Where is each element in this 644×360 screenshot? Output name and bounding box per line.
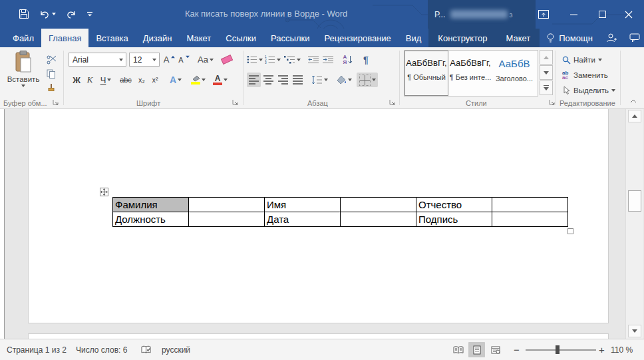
style-card-heading1[interactable]: АаБбВ Заголово... [492, 51, 536, 96]
justify-button[interactable] [291, 73, 305, 87]
sort-button[interactable]: А Я [340, 53, 356, 67]
read-mode-button[interactable] [450, 342, 466, 357]
font-family-combo[interactable]: Arial [69, 53, 126, 67]
word-count[interactable]: Число слов: 6 [76, 339, 127, 360]
share-button[interactable] [599, 29, 623, 47]
collapse-ribbon-button[interactable] [628, 96, 639, 106]
vertical-scrollbar[interactable] [625, 109, 643, 339]
page-indicator[interactable]: Страница 1 из 2 [7, 339, 67, 360]
close-button[interactable] [616, 0, 641, 29]
line-spacing-button[interactable] [309, 73, 329, 87]
copy-button[interactable] [43, 68, 60, 80]
print-layout-button[interactable] [468, 342, 485, 357]
shading-button[interactable] [334, 73, 354, 87]
decrease-indent-button[interactable] [307, 53, 320, 67]
table-cell[interactable] [341, 198, 416, 212]
replace-button[interactable]: abac Заменить [562, 69, 608, 82]
table-cell[interactable] [492, 198, 568, 212]
language-indicator[interactable]: русский [162, 339, 190, 360]
proofing-status[interactable] [141, 339, 151, 360]
table-resize-handle[interactable] [567, 228, 573, 234]
font-size-combo[interactable]: 12 [129, 53, 160, 67]
font-color-button[interactable]: А [211, 73, 230, 87]
bold-button[interactable]: Ж [71, 73, 82, 87]
table-move-handle[interactable] [100, 188, 108, 196]
table-cell[interactable]: Должность [113, 212, 189, 227]
highlight-button[interactable] [188, 73, 208, 87]
select-button[interactable]: Выделить [562, 84, 615, 97]
tab-layout[interactable]: Макет [179, 29, 218, 47]
table-cell[interactable]: Подпись [416, 212, 492, 227]
web-layout-button[interactable] [487, 342, 504, 357]
styles-scroll-down-button[interactable] [540, 65, 553, 80]
tab-table-layout[interactable]: Макет [496, 29, 540, 47]
scroll-down-button[interactable] [628, 325, 641, 337]
cut-button[interactable] [43, 54, 60, 66]
save-button[interactable] [19, 9, 29, 19]
scrollbar-thumb[interactable] [628, 190, 641, 212]
style-card-no-spacing[interactable]: АаБбВвГг, ¶ Без инте... [448, 51, 492, 96]
tab-home[interactable]: Главная [41, 29, 88, 47]
styles-scroll-up-button[interactable] [540, 50, 553, 65]
table-cell[interactable]: Отчество [416, 198, 492, 212]
scroll-up-button[interactable] [628, 110, 641, 122]
zoom-out-button[interactable]: − [514, 339, 520, 360]
tab-references[interactable]: Ссылки [218, 29, 263, 47]
subscript-button[interactable]: x₂ [136, 73, 148, 87]
tab-mailings[interactable]: Рассылки [263, 29, 317, 47]
align-right-button[interactable] [276, 73, 290, 87]
style-card-normal[interactable]: АаБбВвГг, ¶ Обычный [404, 51, 448, 96]
table-cell[interactable] [492, 212, 568, 227]
format-painter-button[interactable] [43, 82, 60, 94]
tell-me-tab[interactable]: Помощн [540, 33, 599, 43]
table-cell[interactable] [189, 212, 265, 227]
show-marks-button[interactable]: ¶ [359, 53, 373, 67]
superscript-button[interactable]: x² [149, 73, 161, 87]
clear-formatting-button[interactable] [220, 53, 234, 67]
styles-more-button[interactable] [540, 81, 553, 95]
zoom-slider-thumb[interactable] [556, 345, 560, 354]
text-effects-button[interactable]: А [166, 73, 185, 87]
align-center-button[interactable] [261, 73, 275, 87]
document-page-2-edge[interactable] [28, 333, 609, 339]
zoom-slider[interactable] [526, 349, 596, 351]
grow-font-button[interactable]: А [163, 53, 176, 67]
tab-table-design[interactable]: Конструктор [428, 29, 496, 47]
strikethrough-button[interactable]: abc [117, 73, 134, 87]
borders-button[interactable] [357, 73, 378, 87]
undo-button[interactable] [39, 9, 56, 19]
italic-button[interactable]: К [84, 73, 95, 87]
tab-review[interactable]: Рецензирование [317, 29, 398, 47]
dialog-launcher-paragraph[interactable] [389, 98, 397, 106]
find-button[interactable]: Найти [562, 53, 602, 67]
increase-indent-button[interactable] [321, 53, 335, 67]
zoom-level[interactable]: 110 % [611, 339, 633, 360]
table-cell[interactable]: Имя [265, 198, 341, 212]
document-page-1[interactable]: Фамилия Имя Отчество Должность Дата Подп… [28, 109, 609, 323]
comments-button[interactable] [623, 29, 644, 47]
table-cell[interactable] [341, 212, 416, 227]
table-cell[interactable] [189, 198, 265, 212]
maximize-button[interactable] [589, 0, 615, 29]
customize-qat-button[interactable] [86, 11, 93, 17]
dialog-launcher-font[interactable] [232, 98, 240, 106]
redo-button[interactable] [66, 9, 77, 19]
table-cell[interactable]: Дата [265, 212, 341, 227]
align-left-button[interactable] [247, 73, 261, 87]
shrink-font-button[interactable]: А [178, 53, 191, 67]
numbering-button[interactable]: 123 [265, 53, 281, 67]
tab-file[interactable]: Файл [5, 29, 41, 47]
underline-button[interactable]: Ч [97, 73, 114, 87]
dialog-launcher-styles[interactable] [548, 98, 556, 106]
bullets-button[interactable] [247, 53, 263, 67]
paste-button[interactable]: Вставить [5, 51, 41, 100]
tab-insert[interactable]: Вставка [88, 29, 135, 47]
ribbon-display-options-button[interactable] [531, 0, 556, 29]
zoom-in-button[interactable]: + [599, 339, 605, 360]
tab-design[interactable]: Дизайн [136, 29, 180, 47]
tab-view[interactable]: Вид [399, 29, 429, 47]
multilevel-list-button[interactable] [283, 53, 301, 67]
table-cell[interactable]: Фамилия [113, 198, 189, 212]
minimize-button[interactable] [561, 0, 586, 29]
change-case-button[interactable]: Аа [196, 53, 216, 67]
